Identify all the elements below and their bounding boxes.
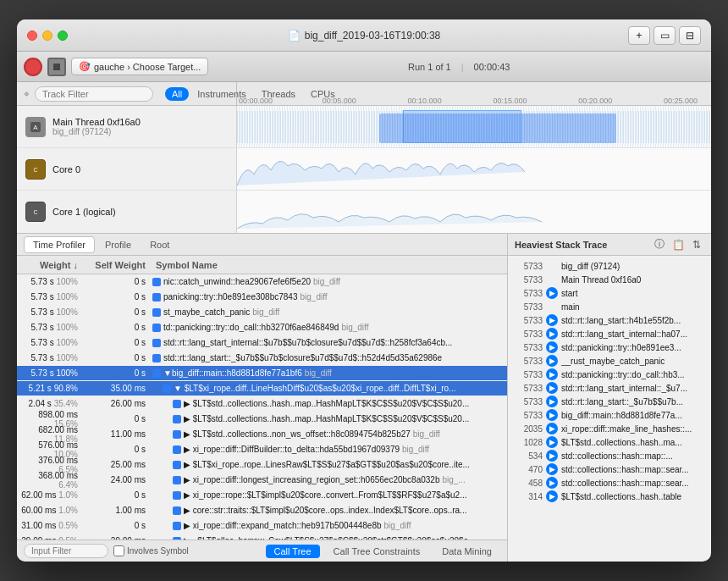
symbol-name: ▶ xi_rope::rope::$LT$impl$u20$core..conv… [184,490,466,500]
stack-icon: ▶ [546,287,558,299]
file-icon: 📄 [288,30,301,42]
stack-symbol: $LT$std..collections..hash..table [561,492,706,501]
sym-icon [152,278,161,286]
target-selector[interactable]: 🎯 gauche › Choose Target... [71,58,208,75]
tab-root[interactable]: Root [141,237,178,252]
tab-profile[interactable]: Profile [97,237,140,252]
stack-row: 5733 ▶ start [508,286,711,300]
svg-text:C: C [33,209,37,215]
cell-self: 0 s [85,353,152,362]
symbol-name: ▼ $LT$xi_rope..diff..LineHashDiff$u20$as… [174,384,455,393]
stack-row: 5733 ▶ std::panicking::try::do_call::hb3… [508,368,711,381]
stack-count: 2035 [513,424,543,434]
table-row[interactable]: 5.73 s 100% 0 s std::rt::lang_start_inte… [17,335,507,351]
tab-time-profiler[interactable]: Time Profiler [24,236,95,253]
table-row[interactable]: 5.73 s 100% 0 s ▼big_diff::main::h8d881d… [17,366,507,381]
app-label: big_diff [305,368,332,378]
separator: | [461,62,464,72]
close-button[interactable] [27,30,37,41]
table-row[interactable]: 682.00 ms 11.8% 11.00 ms ▶ $LT$std..coll… [17,427,507,442]
cell-self: 0 s [85,414,152,423]
table-row[interactable]: 5.21 s 90.8% 35.00 ms ▼ $LT$xi_rope..dif… [17,381,507,396]
maximize-button[interactable] [58,30,68,41]
stack-symbol: std::panicking::try::h0e891ee3... [561,343,706,352]
filter-all-tab[interactable]: All [165,87,189,101]
table-row[interactable]: 31.00 ms 0.5% 0 s ▶ xi_rope::diff::expan… [17,518,507,534]
table-row[interactable]: 2.04 s 35.4% 26.00 ms ▶ $LT$std..collect… [17,396,507,412]
col-symbol-header[interactable]: Symbol Name [152,260,507,270]
sym-icon [163,385,171,393]
add-button[interactable]: + [628,26,650,45]
symbol-name: ▶ xi_rope::diff::expand_match::heb917b50… [184,521,382,530]
app-label: big_diff [384,521,411,530]
cell-symbol: std::rt::lang_start_internal::$u7b$$u7b$… [152,338,507,347]
cell-self: 0 s [85,323,152,332]
core0-track: C Core 0 [17,148,711,191]
cell-weight: 5.73 s 100% [17,338,85,347]
input-filter[interactable] [24,544,108,558]
stack-row: 458 ▶ std::collections::hash::map::sear.… [508,476,711,490]
stop-button[interactable] [47,58,66,76]
cell-weight: 60.00 ms 1.0% [17,506,85,515]
symbol-name: std::rt::lang_start_internal::$u7b$$u7b$… [163,338,452,347]
layout1-button[interactable]: ▭ [654,26,676,45]
track-filter-input[interactable] [35,86,153,102]
content-area: A Main Thread 0xf16a0 big_diff (97124) [17,106,711,562]
stack-row: 5733 ▶ big_diff::main::h8d881d8fe77a... [508,408,711,422]
stack-count: 5733 [513,275,543,285]
col-weight-header[interactable]: Weight ↓ [17,260,85,270]
symbol-name: std::rt::lang_start::_$u7b$$u7b$closure$… [163,353,442,362]
data-mining-tab[interactable]: Data Mining [433,545,500,558]
table-row[interactable]: 898.00 ms 15.6% 0 s ▶ $LT$std..collectio… [17,412,507,427]
col-self-header[interactable]: Self Weight [85,260,152,270]
table-row[interactable]: 5.73 s 100% 0 s st_maybe_catch_panic big… [17,305,507,320]
sort-icon[interactable]: ⇅ [689,237,704,252]
cell-self: 11.00 ms [85,429,152,439]
stack-icon: ▶ [546,450,558,462]
cell-symbol: panicking::try::h0e891ee308bc7843 big_di… [152,292,507,302]
table-row[interactable]: 376.00 ms 6.5% 25.00 ms ▶ $LT$xi_rope..r… [17,457,507,473]
table-row[interactable]: 62.00 ms 1.0% 0 s ▶ xi_rope::rope::$LT$i… [17,488,507,503]
run-label: Run 1 of 1 [408,62,451,72]
record-button[interactable] [24,58,42,76]
table-body: 5.73 s 100% 0 s nic::catch_unwind::hea29… [17,274,507,540]
stack-count: 5733 [513,262,543,271]
minimize-button[interactable] [42,30,52,41]
main-thread-sub: big_diff (97124) [52,127,141,136]
symbol-name: ▶ xi_rope::diff::longest_increasing_regi… [184,475,439,484]
call-tree-constraints-tab[interactable]: Call Tree Constraints [325,545,429,558]
stack-icon: ▶ [546,328,558,340]
target-label: gauche › Choose Target... [94,62,201,72]
table-row[interactable]: 5.73 s 100% 0 s panicking::try::h0e891ee… [17,290,507,305]
layout2-button[interactable]: ⊟ [679,26,701,45]
involves-checkbox[interactable] [113,545,124,556]
stack-symbol: start [561,289,706,298]
core1-chart [237,191,711,233]
table-row[interactable]: 5.73 s 100% 0 s nic::catch_unwind::hea29… [17,274,507,290]
right-header-icons: ⓘ 📋 ⇅ [652,237,704,252]
stack-icon: ▶ [546,368,558,380]
table-row[interactable]: 5.73 s 100% 0 s td::panicking::try::do_c… [17,320,507,335]
table-row[interactable]: 576.00 ms 10.0% 0 s ▶ xi_rope::diff::Dif… [17,442,507,457]
table-row[interactable]: 60.00 ms 1.0% 1.00 ms ▶ core::str::trait… [17,503,507,518]
main-thread-name: Main Thread 0xf16a0 [52,117,141,127]
traffic-lights [27,30,68,41]
cell-self: 0 s [85,338,152,347]
table-row[interactable]: 368.00 ms 6.4% 24.00 ms ▶ xi_rope::diff:… [17,473,507,488]
sym-icon [173,491,181,500]
call-tree-tab[interactable]: Call Tree [266,545,320,558]
table-row[interactable]: 5.73 s 100% 0 s std::rt::lang_start::_$u… [17,351,507,366]
stack-icon: ▶ [546,477,558,489]
symbol-name: td::panicking::try::do_call::hb3270f6ae8… [163,323,339,332]
cell-symbol: ▶ $LT$std..collections..hash..map..HashM… [152,414,507,423]
tick-4: 00:20.000 [578,97,612,105]
stack-count: 1028 [513,438,543,447]
stack-icon: ▶ [546,382,558,394]
stack-row: 5733 ▶ std::rt::lang_start::h4b1e55f2b..… [508,313,711,327]
sym-icon [152,308,161,317]
table-row[interactable]: 29.00 ms 0.5% 29.00 ms ▶ _$LT$alloc..bor… [17,534,507,540]
tick-2: 00:10.000 [408,97,442,105]
info-icon[interactable]: ⓘ [652,237,667,252]
stack-count: 534 [513,451,543,461]
export-icon[interactable]: 📋 [670,237,686,252]
